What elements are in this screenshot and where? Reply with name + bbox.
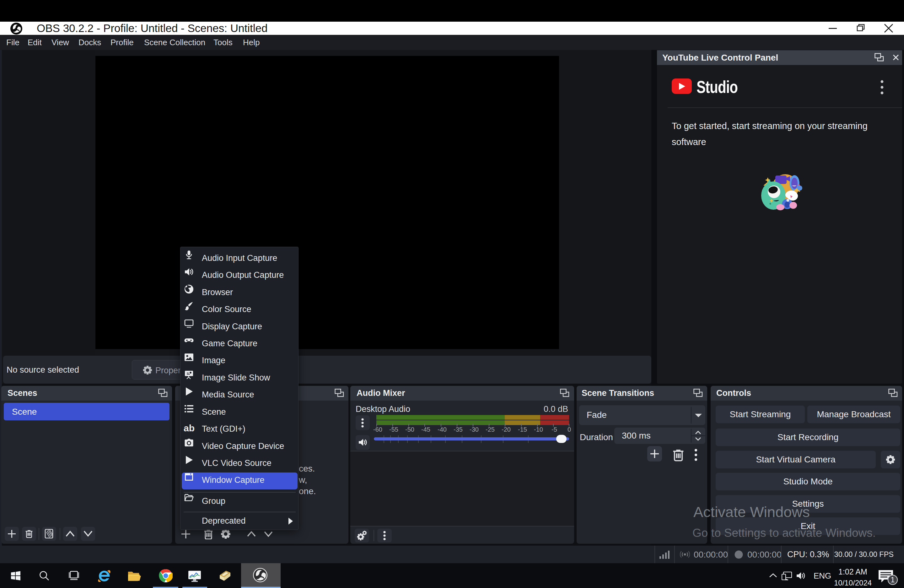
svg-text:1: 1: [890, 575, 895, 584]
